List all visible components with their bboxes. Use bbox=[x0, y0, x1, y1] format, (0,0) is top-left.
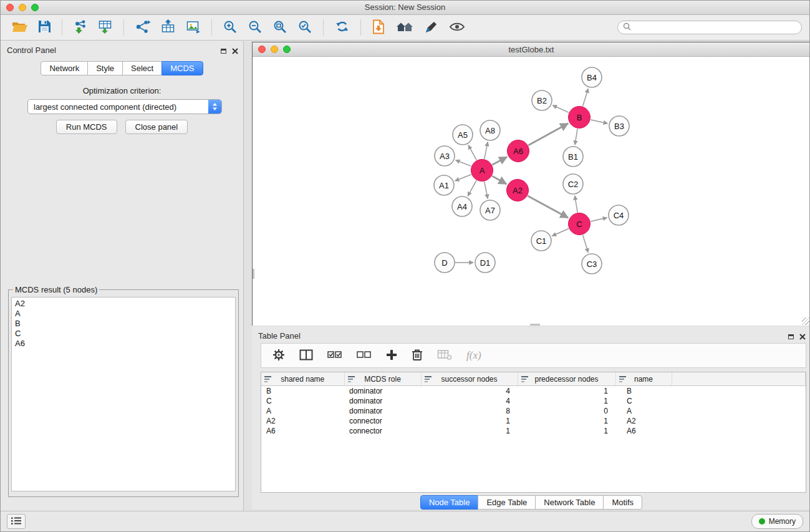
tab-motifs[interactable]: Motifs bbox=[603, 495, 642, 510]
mcds-result-item[interactable]: A6 bbox=[15, 339, 232, 349]
graph-edge-A-A1[interactable] bbox=[455, 175, 471, 181]
graph-node-B2[interactable]: B2 bbox=[532, 90, 552, 110]
table-cell[interactable]: 1 bbox=[518, 426, 615, 436]
mcds-result-item[interactable]: B bbox=[15, 319, 232, 329]
mcds-result-item[interactable]: C bbox=[15, 329, 232, 339]
table-cell[interactable]: C bbox=[261, 396, 344, 406]
table-cell[interactable]: A2 bbox=[615, 416, 672, 426]
graph-node-B3[interactable]: B3 bbox=[609, 116, 629, 136]
graph-node-A6[interactable]: A6 bbox=[508, 140, 529, 162]
table-row[interactable]: Cdominator41C bbox=[261, 396, 806, 406]
table-cell[interactable]: A2 bbox=[261, 416, 344, 426]
graph-edge-C-C2[interactable] bbox=[575, 196, 577, 213]
graph-node-C4[interactable]: C4 bbox=[609, 205, 629, 225]
graph-node-B4[interactable]: B4 bbox=[582, 67, 602, 87]
table-cell[interactable]: 0 bbox=[518, 406, 615, 416]
run-mcds-button[interactable]: Run MCDS bbox=[56, 120, 117, 134]
tab-edge-table[interactable]: Edge Table bbox=[478, 495, 536, 510]
table-cell[interactable]: B bbox=[615, 386, 672, 397]
table-cell[interactable]: C bbox=[615, 396, 672, 406]
column-header-shared-name[interactable]: shared name bbox=[261, 372, 344, 386]
home-button[interactable] bbox=[392, 18, 417, 37]
table-cell[interactable]: 4 bbox=[421, 396, 518, 406]
show-graphics-details-button[interactable] bbox=[446, 19, 468, 36]
table-cell[interactable]: connector bbox=[344, 416, 421, 426]
memory-button[interactable]: Memory bbox=[751, 514, 803, 529]
table-cell[interactable]: 1 bbox=[421, 426, 518, 436]
style-button[interactable] bbox=[421, 17, 442, 38]
resize-grip-icon[interactable] bbox=[802, 317, 809, 325]
search-input[interactable] bbox=[634, 22, 796, 32]
graph-edge-A-A6[interactable] bbox=[492, 157, 507, 165]
table-cell[interactable]: 4 bbox=[421, 386, 518, 397]
split-columns-button[interactable] bbox=[297, 348, 316, 364]
float-table-panel-icon[interactable] bbox=[788, 334, 794, 339]
close-panel-button[interactable]: Close panel bbox=[125, 120, 188, 134]
delete-column-button[interactable] bbox=[409, 347, 425, 364]
mcds-result-item[interactable]: A bbox=[15, 309, 232, 319]
zoom-fit-button[interactable] bbox=[269, 17, 291, 38]
task-history-button[interactable] bbox=[7, 514, 26, 529]
table-cell[interactable]: A bbox=[261, 406, 344, 416]
column-header-successor-nodes[interactable]: successor nodes bbox=[421, 372, 518, 386]
graph-node-C[interactable]: C bbox=[569, 213, 591, 235]
graph-node-A3[interactable]: A3 bbox=[435, 146, 455, 166]
graph-edge-A-A4[interactable] bbox=[468, 180, 476, 196]
table-cell[interactable]: A6 bbox=[261, 426, 344, 436]
table-cell[interactable]: 1 bbox=[518, 416, 615, 426]
table-cell[interactable]: A6 bbox=[615, 426, 672, 436]
open-session-button[interactable] bbox=[9, 18, 31, 37]
graph-node-D1[interactable]: D1 bbox=[475, 253, 495, 273]
tab-network-table[interactable]: Network Table bbox=[535, 495, 604, 510]
tab-network[interactable]: Network bbox=[41, 61, 88, 75]
graph-node-A2[interactable]: A2 bbox=[507, 180, 529, 201]
export-network-button[interactable] bbox=[132, 17, 154, 38]
graph-node-A5[interactable]: A5 bbox=[453, 125, 473, 145]
table-row[interactable]: A2connector11A2 bbox=[261, 416, 806, 426]
graph-edge-A-A3[interactable] bbox=[456, 160, 471, 167]
graph-node-B[interactable]: B bbox=[569, 107, 591, 128]
graph-edge-B-B4[interactable] bbox=[583, 89, 589, 106]
tab-style[interactable]: Style bbox=[87, 61, 123, 75]
vertical-scroll-thumb[interactable] bbox=[253, 269, 254, 279]
graph-edge-B-B1[interactable] bbox=[575, 128, 577, 145]
apply-layout-button[interactable] bbox=[331, 17, 353, 38]
table-row[interactable]: A6connector11A6 bbox=[261, 426, 806, 436]
horizontal-scroll-thumb[interactable] bbox=[530, 324, 540, 326]
save-session-button[interactable] bbox=[35, 18, 54, 37]
import-file-button[interactable] bbox=[369, 17, 388, 38]
network-canvas[interactable]: B4B2BB3A5A8A6B1A3AC2A1A2A4A7CC4C1C3DD1 bbox=[253, 57, 810, 326]
function-builder-button[interactable]: f(x) bbox=[464, 348, 484, 363]
graph-edge-A-A8[interactable] bbox=[485, 142, 488, 159]
table-cell[interactable]: 1 bbox=[421, 416, 518, 426]
graph-node-A7[interactable]: A7 bbox=[480, 200, 500, 220]
table-settings-button[interactable] bbox=[270, 347, 287, 364]
graph-edge-A-A7[interactable] bbox=[485, 181, 488, 198]
network-window-titlebar[interactable]: testGlobe.txt bbox=[253, 42, 810, 57]
optimization-criterion-select[interactable]: largest connected component (directed) bbox=[27, 99, 222, 114]
table-cell[interactable]: 1 bbox=[518, 396, 615, 406]
graph-edge-C-C1[interactable] bbox=[552, 229, 569, 236]
graph-edge-A2-C[interactable] bbox=[528, 196, 568, 218]
deselect-all-columns-button[interactable] bbox=[354, 348, 374, 363]
graph-edge-C-C3[interactable] bbox=[583, 235, 589, 253]
graph-node-C1[interactable]: C1 bbox=[531, 231, 551, 251]
graph-node-C2[interactable]: C2 bbox=[563, 174, 583, 194]
graph-node-C3[interactable]: C3 bbox=[582, 254, 602, 274]
table-row[interactable]: Adominator80A bbox=[261, 406, 806, 416]
tab-mcds[interactable]: MCDS bbox=[162, 61, 203, 75]
table-cell[interactable]: 1 bbox=[518, 386, 615, 397]
mcds-result-item[interactable]: A2 bbox=[15, 299, 232, 309]
column-header-name[interactable]: name bbox=[615, 372, 672, 386]
float-panel-icon[interactable] bbox=[221, 49, 226, 54]
delete-table-button[interactable] bbox=[435, 348, 455, 364]
table-cell[interactable]: dominator bbox=[344, 396, 421, 406]
import-table-button[interactable] bbox=[95, 17, 116, 38]
zoom-selected-button[interactable] bbox=[294, 17, 316, 38]
graph-edge-B-B3[interactable] bbox=[591, 120, 607, 123]
table-cell[interactable]: A bbox=[615, 406, 672, 416]
graph-edge-B-B2[interactable] bbox=[552, 105, 569, 113]
graph-edge-A-A2[interactable] bbox=[492, 176, 506, 184]
tab-select[interactable]: Select bbox=[122, 61, 162, 75]
graph-edge-C-C4[interactable] bbox=[591, 218, 607, 221]
